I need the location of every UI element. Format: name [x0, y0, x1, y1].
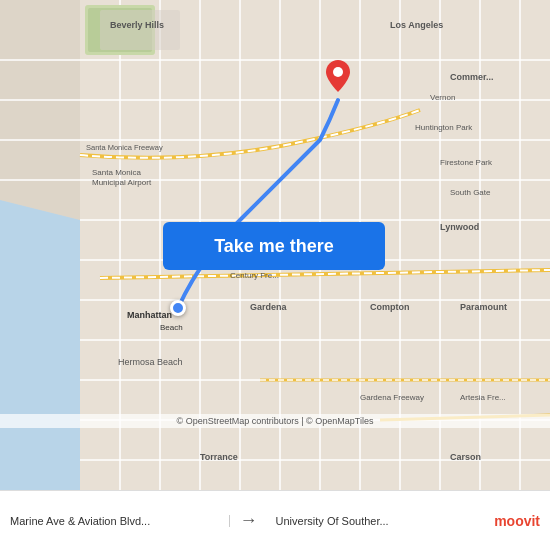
svg-text:Lynwood: Lynwood	[440, 222, 479, 232]
moovit-logo-text: moovit	[494, 513, 540, 529]
svg-text:Paramount: Paramount	[460, 302, 507, 312]
svg-text:Compton: Compton	[370, 302, 410, 312]
svg-text:Municipal Airport: Municipal Airport	[92, 178, 152, 187]
svg-point-50	[333, 67, 343, 77]
svg-text:Artesia Fre...: Artesia Fre...	[460, 393, 506, 402]
svg-text:Beach: Beach	[160, 323, 183, 332]
svg-text:Santa Monica: Santa Monica	[92, 168, 141, 177]
svg-text:Gardena: Gardena	[250, 302, 288, 312]
map-attribution: © OpenStreetMap contributors | © OpenMap…	[0, 414, 550, 428]
svg-text:Los Angeles: Los Angeles	[390, 20, 443, 30]
bottom-bar: Marine Ave & Aviation Blvd... → Universi…	[0, 490, 550, 550]
svg-text:Huntington Park: Huntington Park	[415, 123, 473, 132]
svg-text:Century Fre...: Century Fre...	[230, 271, 279, 280]
svg-text:Beverly Hills: Beverly Hills	[110, 20, 164, 30]
svg-text:Hermosa Beach: Hermosa Beach	[118, 357, 183, 367]
route-to-label: University Of Souther...	[268, 515, 487, 527]
destination-marker	[326, 60, 350, 96]
map-container: Beverly Hills Santa Monica Municipal Air…	[0, 0, 550, 490]
svg-text:Commer...: Commer...	[450, 72, 494, 82]
svg-text:Carson: Carson	[450, 452, 481, 462]
svg-text:Torrance: Torrance	[200, 452, 238, 462]
svg-text:South Gate: South Gate	[450, 188, 491, 197]
svg-text:Manhattan: Manhattan	[127, 310, 172, 320]
svg-text:Firestone Park: Firestone Park	[440, 158, 493, 167]
moovit-logo: moovit	[494, 513, 540, 529]
take-me-there-button[interactable]: Take me there	[163, 222, 385, 270]
svg-text:Gardena Freeway: Gardena Freeway	[360, 393, 424, 402]
svg-rect-27	[100, 10, 180, 50]
svg-text:Vernon: Vernon	[430, 93, 455, 102]
origin-marker	[170, 300, 186, 316]
svg-text:Santa Monica Freeway: Santa Monica Freeway	[86, 143, 163, 152]
arrow-icon: →	[230, 510, 268, 531]
route-from-label: Marine Ave & Aviation Blvd...	[10, 515, 230, 527]
